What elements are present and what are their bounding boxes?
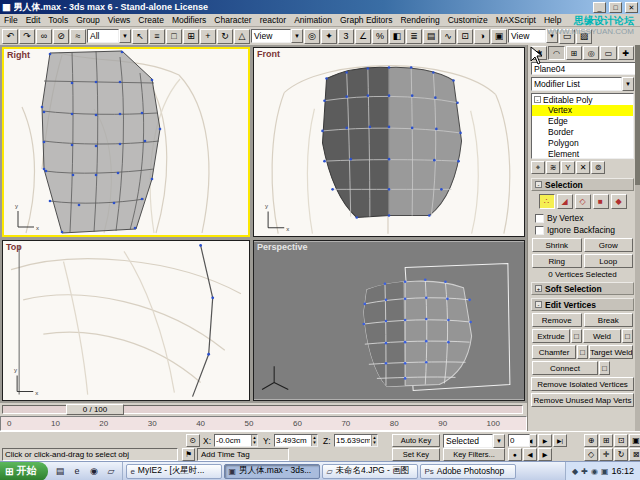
reference-coordinate-dropdown[interactable]: View ▼ xyxy=(251,29,303,43)
selection-region-icon[interactable]: □ xyxy=(166,29,182,44)
y-coordinate-input[interactable] xyxy=(275,435,311,446)
viewport-label[interactable]: Front xyxy=(257,49,280,59)
start-button[interactable]: ⊞ 开始 xyxy=(0,462,48,480)
material-editor-icon[interactable]: ◑ xyxy=(474,29,490,44)
x-spinner[interactable]: ▴▾ xyxy=(251,435,257,446)
x-coordinate-input[interactable] xyxy=(215,435,251,446)
scrollbar-thumb[interactable] xyxy=(635,45,640,185)
remove-unused-button[interactable]: Remove Unused Map Verts xyxy=(531,393,634,407)
select-and-rotate-icon[interactable]: ↻ xyxy=(217,29,233,44)
rollout-edit-vertices[interactable]: - Edit Vertices xyxy=(531,298,634,311)
show-end-result-icon[interactable]: ≋ xyxy=(546,161,560,174)
menu-edit[interactable]: Edit xyxy=(22,15,45,25)
grow-button[interactable]: Grow xyxy=(584,238,634,252)
align-icon[interactable]: ≣ xyxy=(406,29,422,44)
modifier-list-dropdown[interactable]: Modifier List ▼ xyxy=(531,77,634,91)
schematic-view-icon[interactable]: ⊡ xyxy=(457,29,473,44)
time-tag-icon[interactable]: ⚑ xyxy=(182,448,195,461)
menu-modifiers[interactable]: Modifiers xyxy=(168,15,210,25)
go-to-end-button[interactable]: ▶| xyxy=(553,434,567,447)
key-filters-button[interactable]: Key Filters... xyxy=(443,448,505,461)
break-button[interactable]: Break xyxy=(584,313,634,327)
vertex-mode-icon[interactable]: ∴ xyxy=(539,194,555,209)
curve-editor-icon[interactable]: ∿ xyxy=(440,29,456,44)
stack-item-edge[interactable]: Edge xyxy=(532,116,633,127)
folder-icon[interactable]: ▱ xyxy=(103,464,118,479)
select-by-name-icon[interactable]: ≡ xyxy=(149,29,165,44)
z-coordinate-input[interactable] xyxy=(335,435,371,446)
angle-snap-icon[interactable]: ∠ xyxy=(355,29,371,44)
element-mode-icon[interactable]: ◆ xyxy=(611,194,627,209)
select-and-move-icon[interactable]: + xyxy=(200,29,216,44)
add-time-tag[interactable]: Add Time Tag xyxy=(197,448,289,461)
menu-reactor[interactable]: reactor xyxy=(256,15,290,25)
zoom-extents-all-icon[interactable]: ▣ xyxy=(629,434,640,447)
extrude-button[interactable]: Extrude xyxy=(532,329,570,343)
selection-filter-dropdown[interactable]: All ▼ xyxy=(87,29,131,43)
menu-rendering[interactable]: Rendering xyxy=(396,15,443,25)
tab-motion[interactable]: ◎ xyxy=(583,46,599,60)
zoom-extents-icon[interactable]: ⊡ xyxy=(614,434,628,447)
polygon-mode-icon[interactable]: ■ xyxy=(593,194,609,209)
edge-mode-icon[interactable]: ◢ xyxy=(557,194,573,209)
make-unique-icon[interactable]: Y xyxy=(561,161,575,174)
menu-character[interactable]: Character xyxy=(210,15,255,25)
show-desktop-icon[interactable]: ▤ xyxy=(52,464,67,479)
y-spinner[interactable]: ▴▾ xyxy=(311,435,317,446)
use-pivot-center-icon[interactable]: ◎ xyxy=(304,29,320,44)
menu-views[interactable]: Views xyxy=(104,15,135,25)
menu-create[interactable]: Create xyxy=(134,15,168,25)
menu-tools[interactable]: Tools xyxy=(44,15,72,25)
task-paint[interactable]: ▱ 未命名4.JPG - 画图 xyxy=(322,464,418,479)
auto-key-button[interactable]: Auto Key xyxy=(392,434,440,447)
stack-root-label[interactable]: Editable Poly xyxy=(543,95,593,105)
chamfer-settings-button[interactable]: □ xyxy=(577,345,588,359)
viewport-front[interactable]: y x Front xyxy=(253,47,525,237)
snap-toggle-icon[interactable]: 3 xyxy=(338,29,354,44)
connect-button[interactable]: Connect xyxy=(532,361,598,375)
select-and-manipulate-icon[interactable]: ✦ xyxy=(321,29,337,44)
zoom-all-icon[interactable]: ⊞ xyxy=(599,434,613,447)
z-spinner[interactable]: ▴▾ xyxy=(371,435,377,446)
dropdown-arrow-icon[interactable]: ▼ xyxy=(119,29,131,43)
tray-icon-2[interactable]: ✚ xyxy=(581,467,588,476)
task-photoshop[interactable]: Ps Adobe Photoshop xyxy=(420,464,516,479)
tab-hierarchy[interactable]: ⊞ xyxy=(566,46,582,60)
chamfer-button[interactable]: Chamfer xyxy=(532,345,576,359)
menu-graph-editors[interactable]: Graph Editors xyxy=(336,15,396,25)
next-key-button[interactable]: ▶ xyxy=(538,448,552,461)
maximize-viewport-toggle-icon[interactable]: ⊠ xyxy=(629,448,640,461)
z-coordinate-field[interactable]: ▴▾ xyxy=(334,434,378,447)
dropdown-arrow-icon[interactable]: ▼ xyxy=(291,29,303,43)
select-and-scale-icon[interactable]: △ xyxy=(234,29,250,44)
menu-customize[interactable]: Customize xyxy=(444,15,492,25)
stack-item-vertex[interactable]: Vertex xyxy=(532,105,633,116)
extrude-settings-button[interactable]: □ xyxy=(571,329,582,343)
menu-maxscript[interactable]: MAXScript xyxy=(492,15,540,25)
bind-to-spacewarp-icon[interactable]: ≈ xyxy=(70,29,86,44)
maximize-button[interactable]: □ xyxy=(609,2,622,13)
task-myie2[interactable]: e MyIE2 - [火星时... xyxy=(126,464,222,479)
stack-item-polygon[interactable]: Polygon xyxy=(532,138,633,149)
selection-lock-toggle[interactable]: ⊙ xyxy=(186,434,200,447)
dropdown-arrow-icon[interactable]: ▼ xyxy=(622,77,634,91)
object-name-field[interactable] xyxy=(531,62,640,75)
rollout-soft-selection[interactable]: + Soft Selection xyxy=(531,282,634,295)
checkbox-box[interactable] xyxy=(535,214,544,223)
selected-set-dropdown[interactable]: Selected ▼ xyxy=(443,434,505,448)
tab-modify[interactable]: ◠ xyxy=(548,46,564,60)
ignore-backfacing-checkbox[interactable]: Ignore Backfacing xyxy=(531,224,634,236)
percent-snap-icon[interactable]: % xyxy=(372,29,388,44)
weld-button[interactable]: Weld xyxy=(583,329,621,343)
current-frame-field[interactable] xyxy=(508,434,530,447)
border-mode-icon[interactable]: ◇ xyxy=(575,194,591,209)
viewport-perspective[interactable]: Perspective xyxy=(253,240,525,401)
viewport-label[interactable]: Perspective xyxy=(257,242,308,252)
remove-modifier-icon[interactable]: ✕ xyxy=(576,161,590,174)
viewport-right[interactable]: y x Right xyxy=(2,47,250,237)
pin-stack-icon[interactable]: ⌖ xyxy=(531,161,545,174)
next-frame-button[interactable]: ▶ xyxy=(538,434,552,447)
modifier-stack[interactable]: - Editable Poly VertexEdgeBorderPolygonE… xyxy=(531,93,634,159)
key-mode-toggle[interactable]: ● xyxy=(508,448,522,461)
ie-icon[interactable]: e xyxy=(69,464,84,479)
